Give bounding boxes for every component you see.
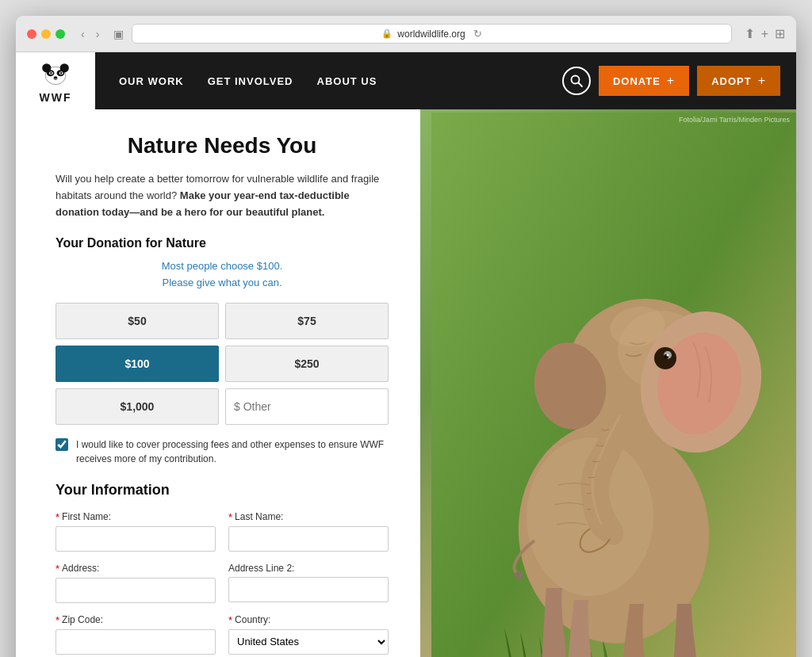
address-required: *: [56, 563, 59, 575]
browser-window: ‹ › ▣ 🔒 worldwildlife.org ↻ ⬆ + ⊞: [16, 16, 796, 657]
nav-about-us[interactable]: ABOUT US: [317, 75, 377, 87]
donation-grid: $50 $75 $100 $250 $1,000: [56, 303, 389, 425]
donation-suggestion: Most people choose $100. Please give wha…: [56, 258, 389, 292]
wwf-text: WWF: [40, 91, 72, 104]
adopt-plus-icon: +: [758, 74, 766, 88]
address-input[interactable]: [56, 578, 216, 603]
last-name-field: * Last Name:: [228, 511, 389, 552]
svg-line-11: [578, 83, 582, 87]
zip-country-row: * Zip Code: * Country: United States Can…: [56, 614, 389, 655]
name-row: * First Name: * Last Name:: [56, 511, 389, 552]
first-name-label: * First Name:: [56, 511, 216, 523]
svg-point-9: [54, 76, 58, 78]
country-select[interactable]: United States Canada United Kingdom Aust…: [228, 629, 389, 655]
address-field: * Address:: [56, 563, 216, 603]
close-button[interactable]: [27, 29, 36, 39]
country-label-text: Country:: [235, 614, 270, 625]
page-intro: Will you help create a better tomorrow f…: [56, 171, 389, 220]
zip-input[interactable]: [56, 629, 216, 655]
last-name-label: * Last Name:: [228, 511, 389, 523]
share-button[interactable]: ⬆: [745, 26, 755, 41]
country-field: * Country: United States Canada United K…: [228, 614, 389, 655]
first-name-input[interactable]: [56, 526, 216, 552]
main-content: Nature Needs You Will you help create a …: [16, 109, 796, 657]
donate-label: DONATE: [613, 75, 661, 87]
suggestion-line2: Please give what you can.: [56, 275, 389, 292]
donation-section-title: Your Donation for Nature: [56, 236, 389, 250]
address-row: * Address: Address Line 2:: [56, 563, 389, 603]
nav-right: DONATE + ADOPT +: [546, 52, 796, 109]
nav-our-work[interactable]: OUR WORK: [119, 75, 184, 87]
panda-icon: [36, 58, 75, 90]
donation-other[interactable]: [225, 388, 389, 425]
donation-75[interactable]: $75: [225, 303, 389, 339]
nav-get-involved[interactable]: GET INVOLVED: [208, 75, 293, 87]
browser-nav-buttons: ‹ ›: [78, 26, 102, 42]
search-icon: [570, 74, 583, 87]
forward-button[interactable]: ›: [93, 26, 103, 42]
url-text: worldwildlife.org: [397, 29, 465, 40]
donation-100[interactable]: $100: [56, 346, 219, 382]
address-label: * Address:: [56, 563, 216, 575]
country-label: * Country:: [228, 614, 389, 626]
address2-input[interactable]: [228, 577, 389, 602]
donate-plus-icon: +: [667, 74, 675, 88]
elephant-svg: [431, 113, 796, 657]
maximize-button[interactable]: [56, 29, 65, 39]
site-nav: WWF OUR WORK GET INVOLVED ABOUT US DONAT…: [16, 52, 796, 109]
lock-icon: 🔒: [381, 29, 393, 39]
wwf-logo: WWF: [36, 58, 75, 104]
suggestion-line1: Most people choose $100.: [56, 258, 389, 275]
svg-point-24: [667, 353, 669, 356]
donate-button[interactable]: DONATE +: [599, 66, 689, 96]
zip-label: * Zip Code:: [56, 614, 216, 626]
url-bar[interactable]: 🔒 worldwildlife.org ↻: [132, 24, 731, 44]
processing-fee-checkbox[interactable]: [56, 438, 68, 451]
photo-credit: Fotolia/Jami Tarris/Minden Pictures: [679, 116, 790, 124]
address2-label: Address Line 2:: [228, 563, 389, 574]
svg-point-7: [50, 72, 52, 74]
website: WWF OUR WORK GET INVOLVED ABOUT US DONAT…: [16, 52, 796, 657]
back-button[interactable]: ‹: [78, 26, 88, 42]
page-title: Nature Needs You: [56, 133, 389, 159]
browser-titlebar: ‹ › ▣ 🔒 worldwildlife.org ↻ ⬆ + ⊞: [16, 16, 796, 52]
minimize-button[interactable]: [41, 29, 51, 39]
country-required: *: [228, 614, 232, 626]
nav-links: OUR WORK GET INVOLVED ABOUT US: [95, 52, 546, 109]
svg-point-29: [515, 571, 523, 579]
address2-field: Address Line 2:: [228, 563, 389, 603]
new-tab-button[interactable]: +: [761, 26, 768, 41]
zip-required: *: [56, 614, 59, 626]
form-panel: Nature Needs You Will you help create a …: [16, 109, 420, 657]
first-name-required: *: [56, 511, 59, 523]
last-name-label-text: Last Name:: [235, 511, 283, 522]
browser-traffic-lights: [27, 29, 65, 39]
nav-logo[interactable]: WWF: [16, 52, 95, 109]
image-panel: Fotolia/Jami Tarris/Minden Pictures: [420, 109, 796, 657]
search-button[interactable]: [562, 67, 591, 95]
adopt-label: ADOPT: [711, 75, 752, 87]
processing-fee-label: I would like to cover processing fees an…: [76, 437, 389, 466]
address-label-text: Address:: [62, 563, 99, 574]
first-name-label-text: First Name:: [62, 511, 111, 522]
elephant-image: Fotolia/Jami Tarris/Minden Pictures: [420, 109, 796, 657]
donation-250[interactable]: $250: [225, 346, 389, 382]
adopt-button[interactable]: ADOPT +: [697, 66, 780, 96]
your-info-title: Your Information: [56, 482, 389, 498]
first-name-field: * First Name:: [56, 511, 216, 552]
last-name-required: *: [228, 511, 232, 523]
processing-fee-row: I would like to cover processing fees an…: [56, 437, 389, 466]
donation-1000[interactable]: $1,000: [56, 388, 219, 425]
grid-button[interactable]: ⊞: [775, 26, 785, 41]
address2-label-text: Address Line 2:: [228, 563, 294, 574]
refresh-icon[interactable]: ↻: [473, 28, 482, 40]
zip-label-text: Zip Code:: [62, 614, 103, 625]
last-name-input[interactable]: [228, 526, 389, 552]
browser-actions: ⬆ + ⊞: [745, 26, 785, 41]
svg-point-8: [60, 72, 62, 74]
window-icon: ▣: [113, 28, 124, 40]
zip-field: * Zip Code:: [56, 614, 216, 655]
donation-50[interactable]: $50: [56, 303, 219, 339]
